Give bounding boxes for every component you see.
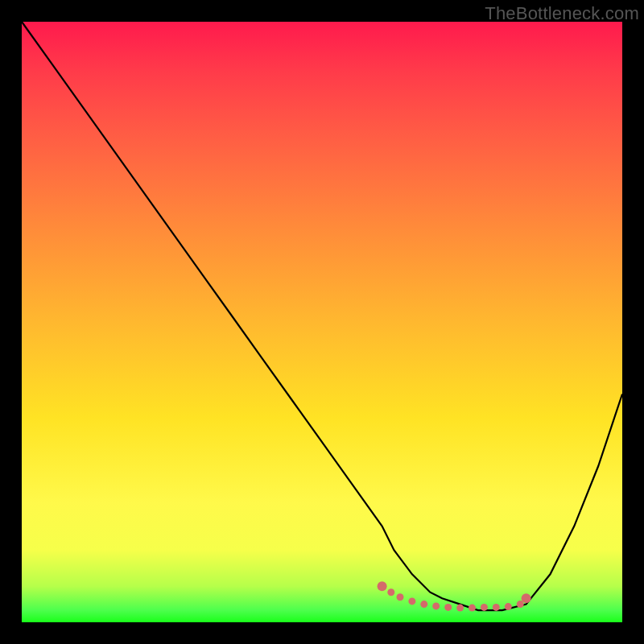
- highlight-dot: [387, 588, 394, 596]
- highlight-dot: [505, 603, 512, 610]
- highlight-dot: [444, 604, 452, 611]
- highlight-dot: [517, 601, 524, 608]
- highlight-dot: [432, 602, 440, 609]
- highlight-dot: [420, 601, 427, 608]
- bottleneck-curve: [22, 22, 622, 622]
- highlight-dot: [456, 605, 464, 612]
- watermark-text: TheBottleneck.com: [485, 3, 639, 24]
- plot-area: [22, 22, 622, 622]
- highlight-dot: [493, 604, 500, 611]
- highlight-dot: [408, 597, 415, 605]
- highlight-dot: [397, 593, 404, 601]
- highlight-dots: [378, 581, 531, 611]
- highlight-dot: [522, 593, 531, 603]
- highlight-dot: [481, 604, 488, 611]
- highlight-dot: [469, 605, 476, 612]
- curve-path: [22, 22, 622, 610]
- chart-frame: TheBottleneck.com: [0, 0, 644, 644]
- highlight-dot: [378, 581, 387, 591]
